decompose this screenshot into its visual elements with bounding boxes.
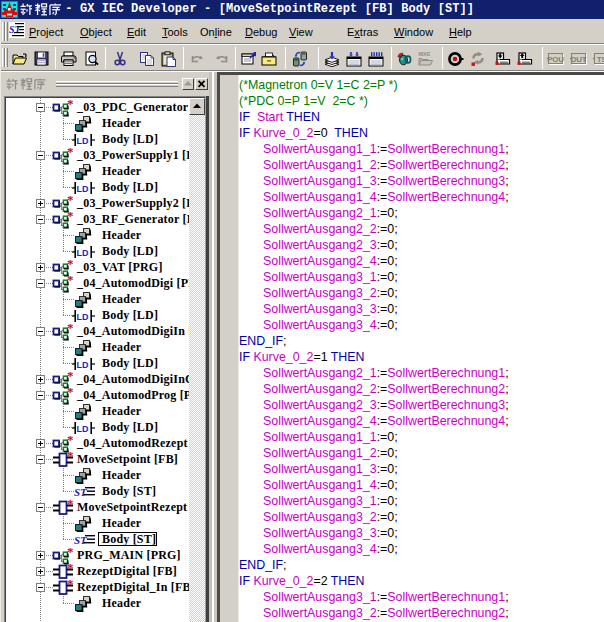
svg-text:TS: TS (597, 55, 604, 64)
svg-text:MXE: MXE (419, 51, 431, 57)
svg-text:POU: POU (547, 55, 564, 64)
svg-text:DUT: DUT (571, 55, 587, 64)
